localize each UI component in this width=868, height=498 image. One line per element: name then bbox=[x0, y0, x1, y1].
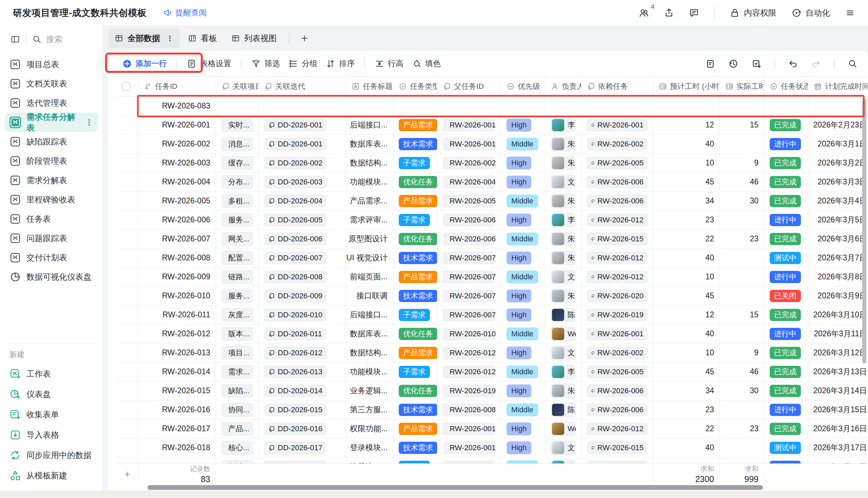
priority-badge[interactable]: Middle bbox=[507, 460, 538, 464]
linked-iteration-chip[interactable]: DD-2026-013 bbox=[264, 365, 327, 378]
add-row-button[interactable]: 添加一行 bbox=[118, 55, 171, 72]
owner-chip[interactable]: 朱... bbox=[551, 136, 576, 152]
status-badge[interactable]: 进行中 bbox=[770, 328, 801, 340]
fill-color-button[interactable]: 填色 bbox=[408, 55, 445, 72]
task-type-badge[interactable]: 产品需求 bbox=[399, 195, 437, 207]
status-badge[interactable]: 进行中 bbox=[770, 138, 801, 150]
task-type-badge[interactable]: 子需求 bbox=[399, 309, 430, 321]
priority-badge[interactable]: Middle bbox=[507, 233, 538, 246]
linked-iteration-chip[interactable]: DD-2026-012 bbox=[264, 346, 327, 359]
table-row[interactable]: RW-2026-016协同...DD-2026-015第三方服...技术需求RW… bbox=[116, 401, 868, 419]
parent-task-chip[interactable]: RW-2026-002 bbox=[443, 460, 495, 464]
task-type-badge[interactable]: 子需求 bbox=[399, 461, 430, 464]
table-settings-button[interactable]: 表格设置 bbox=[182, 55, 235, 72]
status-badge[interactable]: 进行中 bbox=[770, 214, 801, 226]
search-box[interactable] bbox=[32, 34, 94, 44]
owner-chip[interactable]: 文... bbox=[551, 345, 576, 361]
linked-iteration-chip[interactable]: DD-2026-003 bbox=[264, 175, 327, 188]
status-badge[interactable]: 已完成 bbox=[770, 309, 801, 321]
task-type-badge[interactable]: 产品需求 bbox=[399, 423, 437, 435]
dependency-task-chip[interactable]: RW-2026-012 bbox=[587, 213, 648, 226]
dependency-task-chip[interactable]: RW-2026-006 bbox=[587, 384, 648, 397]
linked-iteration-chip[interactable]: DD-2026-010 bbox=[264, 309, 327, 322]
parent-task-chip[interactable]: RW-2026-001 bbox=[443, 441, 495, 454]
table-row[interactable]: RW-2026-010服务...DD-2026-009接口联调技术需求RW-20… bbox=[116, 287, 868, 305]
add-view-button[interactable]: + bbox=[296, 31, 313, 45]
priority-badge[interactable]: Middle bbox=[507, 365, 538, 378]
linked-iteration-chip[interactable]: DD-2026-011 bbox=[264, 327, 326, 340]
row-height-button[interactable]: 行高 bbox=[370, 55, 408, 72]
table-row[interactable]: RW-2026-015缺陷...DD-2026-014业务逻辑...优化任务RW… bbox=[116, 381, 868, 401]
table-row[interactable]: RW-2026-011灰度...DD-2026-010后端接口...子需求RW-… bbox=[116, 305, 868, 325]
table-row[interactable]: RW-2026-017产品...DD-2026-016权限功能...产品需求RW… bbox=[116, 419, 868, 438]
sidebar-item-项目总表[interactable]: 项目总表 bbox=[5, 55, 98, 74]
status-badge[interactable]: 已完成 bbox=[770, 119, 801, 131]
parent-task-chip[interactable]: RW-2026-001 bbox=[443, 422, 495, 435]
table-row[interactable]: RW-2026-008配置...DD-2026-007UI 视觉设计技术需求RW… bbox=[116, 249, 868, 267]
linked-iteration-chip[interactable]: DD-2026-004 bbox=[264, 195, 327, 208]
filter-button[interactable]: 筛选 bbox=[247, 55, 284, 72]
owner-chip[interactable]: 李... bbox=[551, 118, 576, 133]
table-row[interactable]: RW-2026-005多租...DD-2026-004产品需求...产品需求RW… bbox=[116, 192, 868, 211]
linked-iteration-chip[interactable]: DD-2026-014 bbox=[264, 384, 327, 397]
priority-badge[interactable]: Middle bbox=[507, 195, 538, 208]
task-type-badge[interactable]: 技术需求 bbox=[399, 442, 437, 454]
parent-task-chip[interactable]: RW-2026-019 bbox=[443, 384, 495, 397]
task-type-badge[interactable]: 技术需求 bbox=[399, 138, 437, 150]
sidebar-item-数据可视化仪表盘[interactable]: 数据可视化仪表盘 bbox=[5, 267, 98, 287]
priority-badge[interactable]: Middle bbox=[507, 137, 538, 150]
more-icon[interactable] bbox=[85, 118, 94, 127]
status-badge[interactable]: 进行中 bbox=[770, 461, 801, 464]
priority-badge[interactable]: High bbox=[507, 422, 531, 435]
linked-project-chip[interactable]: 缓存... bbox=[221, 156, 253, 170]
owner-chip[interactable]: 朱... bbox=[551, 156, 576, 171]
form-record-button[interactable] bbox=[705, 58, 715, 69]
linked-iteration-chip[interactable]: DD-2026-005 bbox=[264, 213, 327, 226]
dependency-task-chip[interactable]: RW-2026-012 bbox=[587, 422, 648, 435]
share-button[interactable] bbox=[664, 8, 674, 18]
dependency-task-chip[interactable]: RW-2026-006 bbox=[587, 175, 648, 188]
status-badge[interactable]: 测试中 bbox=[770, 442, 801, 454]
priority-badge[interactable]: Middle bbox=[507, 403, 538, 416]
dependency-task-chip[interactable]: RW-2026-015 bbox=[587, 441, 648, 454]
status-badge[interactable]: 已完成 bbox=[770, 385, 801, 397]
owner-chip[interactable]: 陈... bbox=[551, 402, 576, 417]
owner-chip[interactable]: 李... bbox=[551, 364, 576, 379]
priority-badge[interactable]: High bbox=[507, 441, 531, 454]
status-badge[interactable]: 已完成 bbox=[770, 366, 801, 378]
sidebar-item-需求分解表[interactable]: 需求分解表 bbox=[5, 171, 98, 190]
owner-chip[interactable]: 文... bbox=[551, 441, 576, 455]
group-button[interactable]: 分组 bbox=[284, 55, 321, 72]
table-row[interactable]: RW-2026-003缓存...DD-2026-002数据结构...子需求RW-… bbox=[116, 154, 868, 172]
parent-task-chip[interactable]: RW-2026-010 bbox=[443, 327, 495, 340]
task-type-badge[interactable]: 技术需求 bbox=[399, 252, 437, 264]
owner-chip[interactable]: 朱... bbox=[551, 383, 576, 398]
priority-badge[interactable]: High bbox=[507, 175, 531, 188]
parent-task-chip[interactable]: RW-2026-006 bbox=[443, 233, 495, 246]
table-row[interactable]: RW-2026-001实时...DD-2026-001后端接口...产品需求RW… bbox=[116, 116, 868, 134]
collaborators-button[interactable]: 4 bbox=[639, 8, 649, 18]
priority-badge[interactable]: High bbox=[507, 157, 531, 170]
status-badge[interactable]: 进行中 bbox=[770, 271, 801, 283]
permission-button[interactable]: 内容权限 bbox=[730, 8, 776, 18]
linked-iteration-chip[interactable]: DD-2026-017 bbox=[264, 441, 327, 454]
linked-iteration-chip[interactable]: DD-2026-015 bbox=[264, 403, 327, 416]
status-badge[interactable]: 已关闭 bbox=[770, 290, 801, 302]
new-item-仪表盘[interactable]: 仪表盘 bbox=[5, 384, 98, 404]
owner-chip[interactable]: 李... bbox=[551, 459, 576, 464]
table-search-button[interactable] bbox=[848, 58, 858, 69]
table-row[interactable]: RW-2026-004分布...DD-2026-003功能模块...优化任务RW… bbox=[116, 172, 868, 192]
comment-button[interactable] bbox=[689, 8, 699, 18]
horizontal-scrollbar-thumb[interactable] bbox=[147, 485, 763, 490]
sidebar-item-里程碑验收表[interactable]: 里程碑验收表 bbox=[5, 190, 98, 209]
dependency-task-chip[interactable]: RW-2026-006 bbox=[587, 195, 648, 208]
table-row[interactable]: RW-2026-013项目...DD-2026-012数据结构...产品需求RW… bbox=[116, 343, 868, 363]
table-row[interactable]: RW-2026-083 bbox=[116, 96, 868, 116]
new-item-同步应用中的数据[interactable]: 同步应用中的数据 bbox=[5, 445, 98, 466]
sidebar-item-交付计划表[interactable]: 交付计划表 bbox=[5, 248, 98, 267]
parent-task-chip[interactable]: RW-2026-002 bbox=[443, 157, 495, 170]
new-item-导入表格[interactable]: 导入表格 bbox=[5, 425, 98, 445]
dependency-task-chip[interactable]: RW-2026-012 bbox=[587, 271, 648, 284]
owner-chip[interactable]: We... bbox=[551, 326, 576, 341]
sidebar-item-阶段管理表[interactable]: 阶段管理表 bbox=[5, 151, 98, 171]
